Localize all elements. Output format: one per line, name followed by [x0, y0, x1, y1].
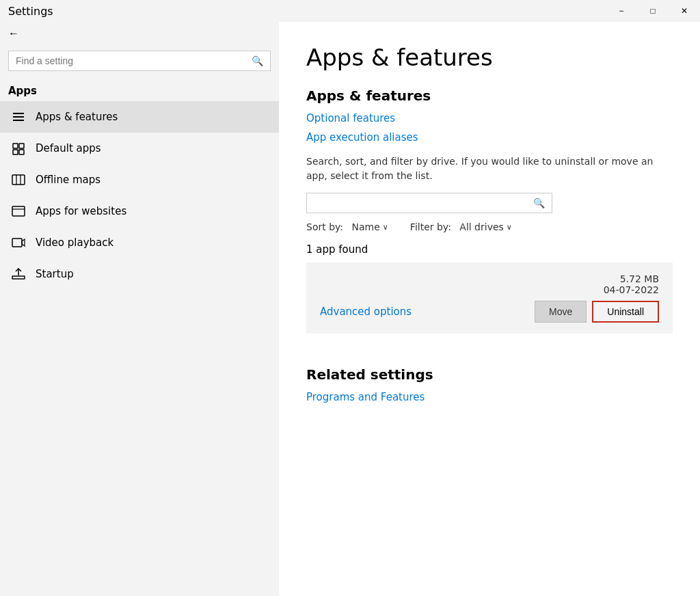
search-container: 🔍 [0, 45, 279, 77]
sidebar-item-label: Apps for websites [36, 205, 126, 217]
apps-count: 1 app found [306, 243, 673, 256]
search-filter-row: 🔍 [306, 193, 673, 213]
app-card-top: 5.72 MB 04-07-2022 [320, 273, 659, 295]
sidebar-item-video-playback[interactable]: Video playback [0, 227, 279, 258]
sidebar-item-startup[interactable]: Startup [0, 258, 279, 290]
svg-rect-6 [13, 150, 18, 154]
title-bar-title: Settings [8, 5, 53, 18]
sidebar-item-label: Default apps [36, 142, 101, 154]
sidebar-item-label: Video playback [36, 236, 113, 249]
restore-button[interactable]: □ [637, 0, 669, 22]
app-search-icon: 🔍 [533, 198, 545, 208]
sidebar-item-label: Offline maps [36, 174, 100, 186]
svg-rect-1 [13, 116, 24, 118]
section-title: Apps & features [306, 87, 673, 104]
sidebar: ← 🔍 Apps Apps & features [0, 22, 279, 596]
sort-by-control[interactable]: Sort by: Name ∨ [306, 221, 388, 232]
app-buttons: Move Uninstall [535, 301, 659, 323]
svg-rect-5 [19, 144, 24, 148]
filter-chevron-icon: ∨ [507, 223, 512, 232]
advanced-options-link[interactable]: Advanced options [320, 306, 412, 318]
video-playback-icon [11, 235, 26, 250]
programs-features-link[interactable]: Programs and Features [306, 391, 673, 403]
sidebar-nav: Apps & features Default apps [0, 101, 279, 290]
svg-rect-3 [13, 113, 14, 114]
app-container: ← 🔍 Apps Apps & features [0, 22, 700, 596]
optional-features-link[interactable]: Optional features [306, 112, 673, 124]
svg-rect-2 [13, 120, 24, 121]
startup-icon [11, 267, 26, 282]
svg-rect-10 [12, 239, 22, 247]
related-settings-title: Related settings [306, 366, 673, 383]
main-search-box: 🔍 [306, 193, 552, 213]
svg-rect-0 [13, 113, 24, 114]
svg-rect-7 [19, 150, 24, 154]
sidebar-item-apps-for-websites[interactable]: Apps for websites [0, 195, 279, 227]
title-bar-controls: − □ ✕ [606, 0, 700, 22]
svg-rect-9 [12, 206, 25, 216]
app-date: 04-07-2022 [604, 284, 659, 295]
back-arrow-icon: ← [8, 27, 19, 40]
sidebar-item-label: Apps & features [36, 111, 118, 123]
offline-maps-icon [11, 172, 26, 187]
sidebar-item-default-apps[interactable]: Default apps [0, 133, 279, 164]
app-card: 5.72 MB 04-07-2022 Advanced options Move… [306, 262, 673, 334]
search-input[interactable] [16, 55, 246, 66]
sidebar-item-offline-maps[interactable]: Offline maps [0, 164, 279, 195]
sort-filter-row: Sort by: Name ∨ Filter by: All drives ∨ [306, 221, 673, 232]
svg-rect-4 [13, 144, 18, 148]
move-button[interactable]: Move [535, 301, 587, 323]
app-size: 5.72 MB [604, 273, 659, 284]
sort-by-value: Name [351, 221, 379, 232]
apps-features-icon [11, 109, 26, 124]
page-title: Apps & features [306, 44, 673, 71]
app-execution-aliases-link[interactable]: App execution aliases [306, 131, 673, 144]
title-bar-left: Settings [8, 5, 53, 18]
close-button[interactable]: ✕ [669, 0, 700, 22]
sidebar-section-label: Apps [0, 77, 279, 101]
svg-rect-11 [12, 276, 25, 279]
title-bar: Settings − □ ✕ [0, 0, 700, 22]
apps-for-websites-icon [11, 204, 26, 219]
filter-by-control[interactable]: Filter by: All drives ∨ [410, 221, 512, 232]
default-apps-icon [11, 141, 26, 156]
description-text: Search, sort, and filter by drive. If yo… [306, 154, 673, 183]
sidebar-item-apps-features[interactable]: Apps & features [0, 101, 279, 133]
app-card-meta: 5.72 MB 04-07-2022 [604, 273, 659, 295]
app-search-input[interactable] [314, 198, 533, 208]
sort-by-label: Sort by: [306, 221, 343, 232]
svg-rect-8 [12, 175, 25, 185]
app-card-actions: Advanced options Move Uninstall [320, 301, 659, 323]
filter-by-label: Filter by: [410, 221, 451, 232]
main-content: Apps & features Apps & features Optional… [279, 22, 700, 596]
filter-by-value: All drives [459, 221, 504, 232]
uninstall-button[interactable]: Uninstall [592, 301, 659, 323]
minimize-button[interactable]: − [606, 0, 637, 22]
sidebar-item-label: Startup [36, 268, 74, 280]
sort-chevron-icon: ∨ [383, 223, 388, 232]
related-settings: Related settings Programs and Features [306, 366, 673, 403]
back-button[interactable]: ← [0, 22, 279, 45]
search-icon: 🔍 [252, 55, 263, 66]
search-box: 🔍 [8, 51, 271, 71]
